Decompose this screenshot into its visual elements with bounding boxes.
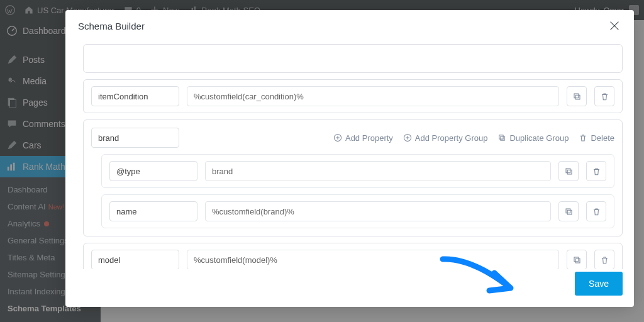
add-property-button[interactable]: Add Property xyxy=(333,133,393,143)
duplicate-button[interactable] xyxy=(567,86,587,106)
schema-builder-modal: Schema Builder Add Property Add Property… xyxy=(65,10,634,307)
svg-rect-17 xyxy=(566,169,570,173)
delete-button[interactable] xyxy=(594,86,614,106)
property-value-input[interactable] xyxy=(187,86,559,106)
property-value-input[interactable] xyxy=(205,201,551,221)
property-value-input[interactable] xyxy=(205,161,551,181)
svg-rect-21 xyxy=(574,257,579,262)
property-value-input[interactable] xyxy=(187,250,559,269)
delete-group-button[interactable]: Delete xyxy=(579,133,614,143)
svg-rect-16 xyxy=(501,136,504,140)
modal-body: Add Property Add Property Group Duplicat… xyxy=(65,42,634,269)
property-row-model xyxy=(83,243,623,269)
svg-rect-15 xyxy=(499,135,503,139)
modal-footer: Save xyxy=(65,269,634,307)
property-row-brand-name xyxy=(101,194,614,228)
svg-rect-22 xyxy=(575,258,580,263)
save-button[interactable]: Save xyxy=(575,272,623,296)
svg-rect-18 xyxy=(567,170,572,174)
duplicate-button[interactable] xyxy=(558,161,579,181)
delete-button[interactable] xyxy=(586,161,606,181)
delete-button[interactable] xyxy=(586,201,606,221)
duplicate-button[interactable] xyxy=(567,250,587,269)
modal-header: Schema Builder xyxy=(65,10,634,42)
svg-rect-11 xyxy=(574,94,579,98)
property-row xyxy=(83,44,623,73)
delete-button[interactable] xyxy=(594,250,614,269)
svg-rect-20 xyxy=(567,210,572,214)
modal-title: Schema Builder xyxy=(78,21,145,31)
property-key-input[interactable] xyxy=(91,250,179,269)
property-key-input[interactable] xyxy=(109,201,197,221)
property-row-brand-type xyxy=(101,154,614,188)
property-key-input[interactable] xyxy=(91,86,179,106)
property-row-item-condition xyxy=(83,79,623,113)
duplicate-group-button[interactable]: Duplicate Group xyxy=(497,133,569,143)
property-key-input[interactable] xyxy=(109,161,197,181)
group-name-input[interactable] xyxy=(91,128,179,148)
svg-rect-19 xyxy=(566,209,570,213)
group-actions: Add Property Add Property Group Duplicat… xyxy=(333,133,614,143)
add-property-group-button[interactable]: Add Property Group xyxy=(403,133,488,143)
property-group-brand: Add Property Add Property Group Duplicat… xyxy=(83,119,623,236)
duplicate-button[interactable] xyxy=(558,201,579,221)
close-icon[interactable] xyxy=(608,19,621,33)
svg-rect-12 xyxy=(575,95,580,99)
